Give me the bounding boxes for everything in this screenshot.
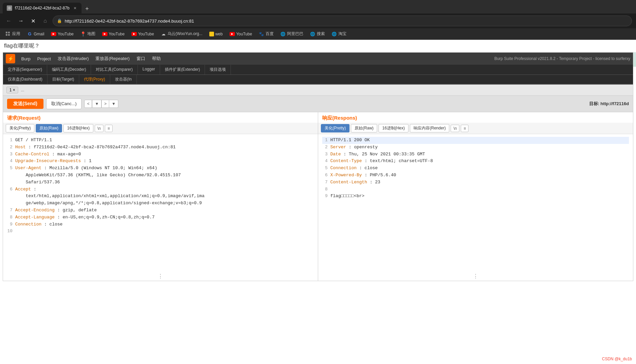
request-line-4: 4 Upgrade-Insecure-Requests: 1 [7,158,314,165]
tab-proxy[interactable]: 代理(Proxy) [79,75,110,84]
response-tab-newline[interactable]: \n [451,125,459,132]
burp-tabs-second: 仪表盘(Dashboard) 目标(Target) 代理(Proxy) 攻击器(… [3,75,633,85]
response-line-3: 3 Date: Thu, 25 Nov 2021 00:33:35 GMT [322,151,629,158]
active-tab[interactable]: f72116d2-0e42-42bf-bca2-87b ✕ [3,3,82,13]
youtube-icon-3: ▶ [131,32,137,36]
google-icon: G [27,31,32,37]
tab-attacker[interactable]: 攻击器(In [110,75,137,84]
prev-button[interactable]: < [84,100,92,108]
bookmark-gmail[interactable]: G Gmail [24,30,47,38]
target-text: 目标: http://f72116d [589,101,629,107]
search-icon: 🌐 [310,31,315,37]
maps-icon: 📍 [81,31,86,37]
burp-menu-project[interactable]: Project [34,55,54,63]
send-toolbar: 发送(Send) 取消(Canc...) < ▼ > ▼ 目标: http://… [3,96,633,112]
response-line-4: 4 Content-Type: text/html; charset=UTF-8 [322,158,629,165]
bookmark-maps[interactable]: 📍 地图 [78,30,98,38]
bookmark-wooyun-label: 乌云(WooYun.org... [168,31,203,37]
response-panel: 响应(Respons) 美化(Pretty) 原始(Raw) 16进制(Hex)… [318,112,633,281]
request-tab-hex[interactable]: 16进制(Hex) [63,124,93,132]
svg-rect-2 [8,32,10,33]
request-tab-pretty[interactable]: 美化(Pretty) [6,124,34,132]
bookmark-web-label: web [215,32,223,36]
bookmark-youtube1[interactable]: ▶ YouTube [48,31,76,37]
bookmark-taobao[interactable]: 🌐 淘宝 [329,30,349,38]
next-dropdown[interactable]: ▼ [109,100,118,108]
bookmark-baidu[interactable]: 🐾 百度 [256,30,276,38]
next-button[interactable]: > [101,100,109,108]
request-tab-newline[interactable]: \n [95,125,103,132]
forward-button[interactable]: → [16,16,26,26]
response-line-8: 8 [322,186,629,193]
request-line-3: 3 Cache-Control: max-age=0 [7,151,314,158]
tab-project-options[interactable]: 项目选项 [205,65,231,74]
ali-icon: 🌐 [280,31,286,37]
request-panel: 请求(Request) 美化(Pretty) 原始(Raw) 16进制(Hex)… [3,112,318,281]
new-tab-button[interactable]: + [82,4,92,13]
back-button[interactable]: ← [4,16,13,26]
request-tabs: 美化(Pretty) 原始(Raw) 16进制(Hex) \n ≡ [3,123,318,134]
tab-target[interactable]: 目标(Target) [48,75,79,84]
burp-menu-window[interactable]: 窗口 [133,54,149,63]
home-button[interactable]: ⌂ [40,16,50,26]
bookmark-ali[interactable]: 🌐 阿里巴巴 [278,30,306,38]
browser-titlebar: f72116d2-0e42-42bf-bca2-87b ✕ + [0,0,636,13]
panels-area: 请求(Request) 美化(Pretty) 原始(Raw) 16进制(Hex)… [3,112,633,281]
burp-menu-repeater[interactable]: 重放器(Repeater) [92,54,133,63]
bookmark-search[interactable]: 🌐 搜索 [307,30,328,38]
reload-button[interactable]: ✕ [28,16,38,26]
bookmark-search-label: 搜索 [317,31,325,37]
bookmark-youtube2-label: YouTube [109,32,125,36]
address-bar[interactable]: 🔒 http://f72116d2-0e42-42bf-bca2-87b7692… [53,16,632,26]
tab-sequencer[interactable]: 定序器(Sequencer) [3,65,47,74]
tab-close-button[interactable]: ✕ [72,5,78,11]
bookmark-apps[interactable]: 应用 [3,30,23,38]
tab-title: f72116d2-0e42-42bf-bca2-87b [15,6,69,10]
request-tab-raw[interactable]: 原始(Raw) [36,124,62,132]
tab-logger[interactable]: Logger [138,65,160,74]
watermark: CSDN @k_du1b [602,357,632,361]
bookmark-youtube3-label: YouTube [138,32,154,36]
tab-extender[interactable]: 插件扩展(Extender) [160,65,205,74]
tab-comparer[interactable]: 对比工具(Comparer) [91,65,138,74]
page-content: flag在哪里呢？ ⚡ Burp Project 攻击器(Intruder) 重… [0,40,636,364]
response-tab-render[interactable]: 响应内容(Render) [410,124,449,132]
request-line-6: 6 Accept: [7,186,314,193]
apps-icon [5,31,11,37]
response-line-1: 1 HTTP/1.1 200 OK [322,137,629,144]
cancel-button[interactable]: 取消(Canc...) [46,98,82,109]
bookmark-youtube3[interactable]: ▶ YouTube [129,31,157,37]
response-tab-raw[interactable]: 原始(Raw) [351,124,377,132]
response-line-5: 5 Connection: close [322,165,629,172]
tab-dashboard[interactable]: 仪表盘(Dashboard) [3,75,48,84]
bookmark-ali-label: 阿里巴巴 [287,31,303,37]
response-tab-menu[interactable]: ≡ [461,125,468,132]
response-title: 响应(Respons) [318,112,633,123]
bookmark-youtube4[interactable]: ▶ YouTube [227,31,255,37]
burp-title: Burp Suite Professional v2021.8.2 - Temp… [494,56,630,61]
lock-icon: 🔒 [57,19,62,23]
svg-rect-3 [6,34,7,36]
tab-favicon [7,5,12,11]
burp-menu-intruder[interactable]: 攻击器(Intruder) [54,54,92,63]
burp-menu-help[interactable]: 帮助 [149,54,164,63]
request-line-1: 1 GET / HTTP/1.1 [7,137,314,144]
baidu-icon: 🐾 [259,31,264,37]
bookmark-web[interactable]: web [207,31,225,37]
svg-rect-1 [6,32,7,33]
repeater-tab-1[interactable]: 1 × [6,87,18,93]
tab-decoder[interactable]: 编码工具(Decoder) [47,65,91,74]
burp-menu-burp[interactable]: Burp [18,55,34,63]
prev-dropdown[interactable]: ▼ [92,100,101,108]
request-title: 请求(Request) [3,112,318,123]
send-button[interactable]: 发送(Send) [7,99,43,109]
response-tab-pretty[interactable]: 美化(Pretty) [321,124,350,132]
bookmark-wooyun[interactable]: ☁ 乌云(WooYun.org... [158,30,205,38]
request-tab-menu[interactable]: ≡ [105,125,113,132]
response-tab-hex[interactable]: 16进制(Hex) [378,124,408,132]
response-scroll-dots: ⋮ [318,272,633,281]
request-line-6b: text/html,application/xhtml+xml,applicat… [7,193,314,200]
bookmarks-bar: 应用 G Gmail ▶ YouTube 📍 地图 ▶ YouTube ▶ Yo… [0,28,636,40]
bookmark-youtube2[interactable]: ▶ YouTube [99,31,127,37]
burp-menubar: ⚡ Burp Project 攻击器(Intruder) 重放器(Repeate… [3,53,633,65]
